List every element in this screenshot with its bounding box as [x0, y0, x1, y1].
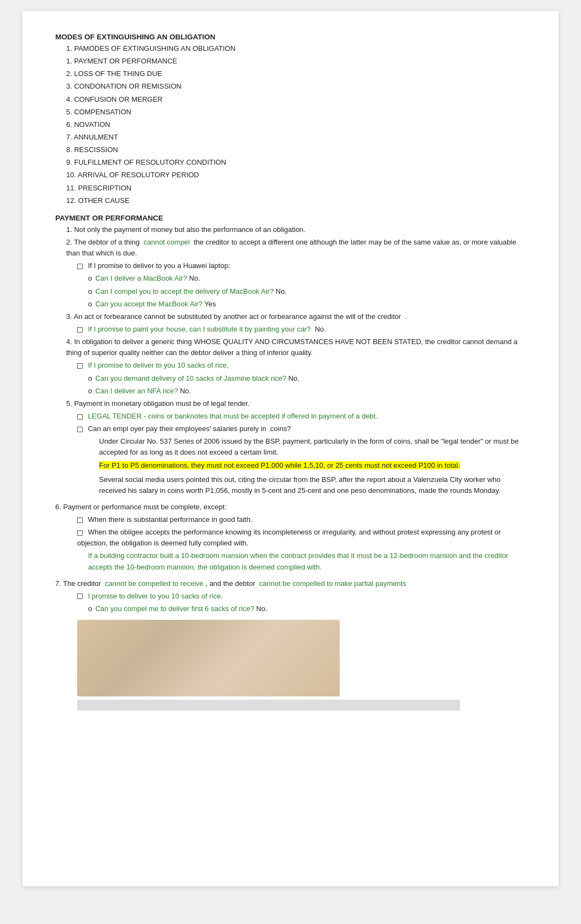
blurred-caption [77, 700, 460, 711]
list-item: oCan you accept the MacBook Air? Yes [88, 299, 526, 310]
item5-sub2: Can an empl oyer pay their employees' sa… [77, 423, 526, 434]
payment-item6: 6. Payment or performance must be comple… [55, 502, 526, 513]
item6-sub-block: When there is substantial performance in… [77, 514, 526, 573]
modes-list-item: 10. ARRIVAL OF RESOLUTORY PERIOD [66, 170, 526, 181]
item7-prefix: 7. The creditor [55, 579, 101, 588]
payment-item5: 5. Payment in monetary obligation must b… [66, 398, 526, 409]
payment-item3: 3. An act or forbearance cannot be subst… [66, 311, 526, 322]
item2-green1: cannot compel [143, 238, 190, 246]
item6-sub1: When there is substantial performance in… [77, 514, 526, 525]
bullet-square-icon2 [77, 327, 83, 333]
payment-heading: PAYMENT OR PERFORMANCE [55, 214, 526, 222]
item5-highlight: For P1 to P5 denominations, they must no… [99, 460, 526, 471]
item6-sub2-highlight: If a building contractor built a 10-bedr… [88, 550, 526, 572]
modes-title: MODES OF EXTINGUISHING AN OBLIGATION [55, 33, 526, 41]
payment-item2: 2. The debtor of a thing cannot compel t… [66, 237, 526, 259]
item7-green1: cannot be compelled to receive [105, 579, 204, 588]
item2-sub-block: If I promise to deliver to you a Huawei … [77, 260, 526, 310]
list-item: oCan I deliver an NFA rice? No. [88, 386, 526, 397]
item7-middle: , and the debtor [205, 579, 255, 588]
modes-list-item: 2. LOSS OF THE THING DUE [66, 68, 526, 79]
modes-list-item: 1. PAMODES OF EXTINGUISHING AN OBLIGATIO… [66, 43, 526, 54]
payment-item4: 4. In obligation to deliver a generic th… [66, 336, 526, 358]
list-item: oCan you compel me to deliver first 6 sa… [88, 603, 526, 614]
modes-list-item: 11. PRESCRIPTION [66, 183, 526, 194]
bullet-square-icon [77, 264, 83, 269]
item7-sub-intro: I promise to deliver to you 10 sacks of … [77, 591, 526, 602]
modes-list-item: 4. CONFUSION OR MERGER [66, 94, 526, 105]
item2-prefix: 2. The debtor of a thing [66, 238, 140, 246]
modes-list-item: 5. COMPENSATION [66, 107, 526, 118]
item4-sub-block: If I promise to deliver to you 10 sacks … [77, 360, 526, 396]
list-item: oCan I compel you to accept the delivery… [88, 286, 526, 297]
modes-list: 1. PAMODES OF EXTINGUISHING AN OBLIGATIO… [66, 43, 526, 206]
item7-subs: oCan you compel me to deliver first 6 sa… [88, 603, 526, 614]
page-content: MODES OF EXTINGUISHING AN OBLIGATION 1. … [22, 11, 559, 886]
modes-list-item: 1. PAYMENT OR PERFORMANCE [66, 56, 526, 67]
item3-sub: If I promise to paint your house, can I … [77, 324, 526, 335]
modes-list-item: 12. OTHER CAUSE [66, 195, 526, 206]
bullet-square-icon7 [77, 530, 83, 536]
item3-sub-block: If I promise to paint your house, can I … [77, 324, 526, 335]
item5-body-block: Under Circular No. 537 Series of 2006 is… [99, 436, 526, 496]
item2-sub-intro: If I promise to deliver to you a Huawei … [77, 260, 526, 271]
item4-sub-intro: If I promise to deliver to you 10 sacks … [77, 360, 526, 371]
item6-highlight-text: If a building contractor built a 10-bedr… [88, 550, 526, 572]
bullet-square-icon3 [77, 363, 83, 369]
item7-green2: cannot be compelled to make partial paym… [259, 579, 406, 588]
modes-list-item: 3. CONDONATION OR REMISSION [66, 81, 526, 92]
modes-list-item: 8. RESCISSION [66, 144, 526, 155]
bullet-square-icon8 [77, 594, 83, 599]
bullet-square-icon6 [77, 518, 83, 523]
item5-sub1: LEGAL TENDER - coins or banknotes that m… [77, 411, 526, 422]
item5-body2: Several social media users pointed this … [99, 474, 526, 496]
list-item: oCan you demand delivery of 10 sacks of … [88, 373, 526, 384]
bullet-square-icon4 [77, 414, 83, 420]
modes-section: MODES OF EXTINGUISHING AN OBLIGATION 1. … [55, 33, 526, 206]
item4-subs: oCan you demand delivery of 10 sacks of … [88, 373, 526, 397]
bullet-square-icon5 [77, 427, 83, 432]
modes-list-item: 7. ANNULMENT [66, 132, 526, 143]
modes-list-item: 6. NOVATION [66, 119, 526, 130]
item6-sub2: When the obligee accepts the performance… [77, 527, 526, 549]
payment-item7: 7. The creditor cannot be compelled to r… [55, 578, 526, 589]
item2-subs: oCan I deliver a MacBook Air? No.oCan I … [88, 273, 526, 309]
item5-body: Under Circular No. 537 Series of 2006 is… [99, 436, 526, 458]
item5-sub-block: LEGAL TENDER - coins or banknotes that m… [77, 411, 526, 496]
payment-section: PAYMENT OR PERFORMANCE 1. Not only the p… [55, 214, 526, 711]
image-placeholder [77, 620, 340, 696]
modes-list-item: 9. FULFILLMENT OF RESOLUTORY CONDITION [66, 157, 526, 168]
item7-sub-block: I promise to deliver to you 10 sacks of … [77, 591, 526, 614]
list-item: oCan I deliver a MacBook Air? No. [88, 273, 526, 284]
payment-item1: 1. Not only the payment of money but als… [66, 224, 526, 235]
